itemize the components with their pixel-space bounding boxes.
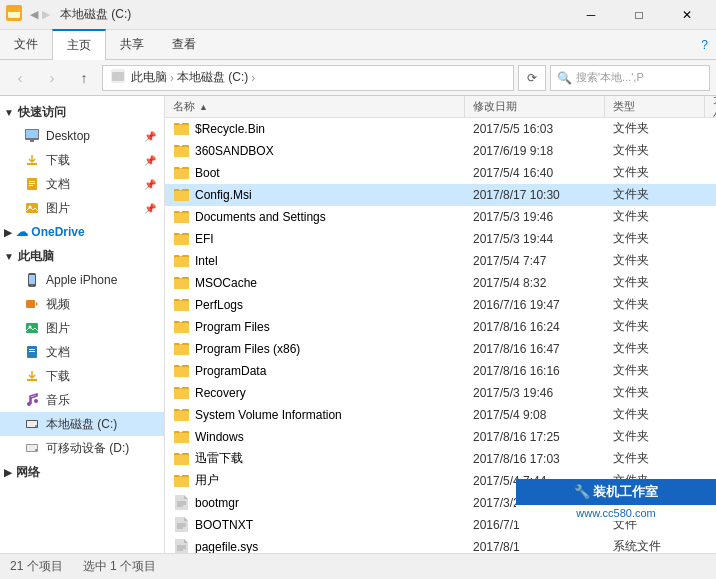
svg-rect-12	[26, 203, 38, 213]
table-row[interactable]: EFI 2017/5/3 19:44 文件夹	[165, 228, 716, 250]
table-row[interactable]: 360SANDBOX 2017/6/19 9:18 文件夹	[165, 140, 716, 162]
table-row[interactable]: Program Files (x86) 2017/8/16 16:47 文件夹	[165, 338, 716, 360]
file-date-cell: 2017/8/16 16:47	[465, 342, 605, 356]
dl-icon	[24, 368, 40, 384]
sidebar-item-downloads-label: 下载	[46, 152, 70, 169]
refresh-button[interactable]: ⟳	[518, 65, 546, 91]
table-row[interactable]: System Volume Information 2017/5/4 9:08 …	[165, 404, 716, 426]
table-row[interactable]: pagefile.sys 2017/8/1 系统文件	[165, 536, 716, 553]
file-icon	[173, 495, 189, 511]
file-name-text: Recovery	[195, 386, 246, 400]
folder-icon	[173, 319, 189, 335]
status-total: 21 个项目	[10, 558, 63, 575]
table-row[interactable]: MSOCache 2017/5/4 8:32 文件夹	[165, 272, 716, 294]
file-list-header: 名称 ▲ 修改日期 类型 大小	[165, 96, 716, 118]
file-type-cell: 文件夹	[605, 472, 705, 489]
file-type-cell: 文件夹	[605, 406, 705, 423]
sidebar-item-dl[interactable]: 下载	[0, 364, 164, 388]
svg-rect-7	[30, 140, 34, 142]
file-type-cell: 文件夹	[605, 428, 705, 445]
file-name-cell: PerfLogs	[165, 297, 465, 313]
file-name-cell: $Recycle.Bin	[165, 121, 465, 137]
table-row[interactable]: 用户 2017/5/4 7:44 文件夹	[165, 470, 716, 492]
table-row[interactable]: 迅雷下载 2017/8/16 17:03 文件夹	[165, 448, 716, 470]
sidebar-item-video[interactable]: 视频	[0, 292, 164, 316]
ribbon-tab-home[interactable]: 主页	[52, 29, 106, 60]
table-row[interactable]: Documents and Settings 2017/5/3 19:46 文件…	[165, 206, 716, 228]
folder-icon	[173, 143, 189, 159]
file-name-text: 用户	[195, 472, 219, 489]
file-type-cell: 文件夹	[605, 142, 705, 159]
file-type-cell: 文件夹	[605, 164, 705, 181]
file-date-cell: 2017/8/16 17:25	[465, 430, 605, 444]
file-date-cell: 2017/8/16 16:16	[465, 364, 605, 378]
sidebar-item-drive-c[interactable]: 本地磁盘 (C:)	[0, 412, 164, 436]
file-icon	[173, 517, 189, 533]
sidebar-item-drive-d[interactable]: 可移动设备 (D:)	[0, 436, 164, 460]
forward-button[interactable]: ›	[38, 64, 66, 92]
sidebar-item-doc[interactable]: 文档	[0, 340, 164, 364]
col-header-size[interactable]: 大小	[705, 96, 716, 117]
document-icon	[24, 176, 40, 192]
svg-rect-19	[26, 323, 38, 333]
sidebar-item-documents[interactable]: 文档 📌	[0, 172, 164, 196]
table-row[interactable]: BOOTNXT 2016/7/1 文件	[165, 514, 716, 536]
svg-rect-37	[174, 235, 189, 245]
search-icon: 🔍	[557, 71, 572, 85]
address-path[interactable]: 此电脑 › 本地磁盘 (C:) ›	[102, 65, 514, 91]
breadcrumb-this-pc[interactable]: 此电脑	[131, 69, 167, 86]
table-row[interactable]: $Recycle.Bin 2017/5/5 16:03 文件夹	[165, 118, 716, 140]
sidebar-item-documents-label: 文档	[46, 176, 70, 193]
sidebar-item-pictures[interactable]: 图片 📌	[0, 196, 164, 220]
sidebar-section-network[interactable]: ▶ 网络	[0, 460, 164, 484]
sidebar-item-drive-c-label: 本地磁盘 (C:)	[46, 416, 117, 433]
file-name-text: Documents and Settings	[195, 210, 326, 224]
ribbon-help-icon[interactable]: ?	[701, 38, 716, 52]
back-button[interactable]: ‹	[6, 64, 34, 92]
table-row[interactable]: Program Files 2017/8/16 16:24 文件夹	[165, 316, 716, 338]
table-row[interactable]: Windows 2017/8/16 17:25 文件夹	[165, 426, 716, 448]
ribbon-tab-share[interactable]: 共享	[106, 30, 158, 59]
search-box[interactable]: 🔍 搜索'本地...',P	[550, 65, 710, 91]
maximize-button[interactable]: □	[616, 0, 662, 30]
svg-rect-39	[174, 279, 189, 289]
table-row[interactable]: Config.Msi 2017/8/17 10:30 文件夹	[165, 184, 716, 206]
sidebar-section-onedrive[interactable]: ▶ ☁ OneDrive	[0, 220, 164, 244]
table-row[interactable]: PerfLogs 2016/7/16 19:47 文件夹	[165, 294, 716, 316]
svg-rect-44	[174, 389, 189, 399]
close-button[interactable]: ✕	[664, 0, 710, 30]
table-row[interactable]: Boot 2017/5/4 16:40 文件夹	[165, 162, 716, 184]
table-row[interactable]: Intel 2017/5/4 7:47 文件夹	[165, 250, 716, 272]
sidebar-section-thispc[interactable]: ▼ 此电脑	[0, 244, 164, 268]
sidebar-item-pic[interactable]: 图片	[0, 316, 164, 340]
table-row[interactable]: Recovery 2017/5/3 19:46 文件夹	[165, 382, 716, 404]
folder-icon	[173, 165, 189, 181]
col-header-name[interactable]: 名称 ▲	[165, 96, 465, 117]
table-row[interactable]: bootmgr 2017/3/28 19:11 系统文件	[165, 492, 716, 514]
minimize-button[interactable]: ─	[568, 0, 614, 30]
file-name-cell: System Volume Information	[165, 407, 465, 423]
sidebar-item-music-label: 音乐	[46, 392, 70, 409]
col-header-type[interactable]: 类型	[605, 96, 705, 117]
svg-rect-48	[174, 477, 189, 487]
svg-rect-17	[26, 300, 35, 308]
folder-icon	[173, 209, 189, 225]
file-date-cell: 2017/5/5 16:03	[465, 122, 605, 136]
sidebar-item-iphone[interactable]: Apple iPhone	[0, 268, 164, 292]
sidebar-item-music[interactable]: 音乐	[0, 388, 164, 412]
up-button[interactable]: ↑	[70, 64, 98, 92]
ribbon-tab-view[interactable]: 查看	[158, 30, 210, 59]
sidebar-item-downloads[interactable]: 下载 📌	[0, 148, 164, 172]
breadcrumb-drive-c[interactable]: 本地磁盘 (C:)	[177, 69, 248, 86]
file-name-text: Boot	[195, 166, 220, 180]
file-name-text: BOOTNXT	[195, 518, 253, 532]
file-date-cell: 2017/5/3 19:46	[465, 386, 605, 400]
table-row[interactable]: ProgramData 2017/8/16 16:16 文件夹	[165, 360, 716, 382]
folder-icon	[173, 231, 189, 247]
sidebar-section-quick-access[interactable]: ▼ 快速访问	[0, 100, 164, 124]
sidebar-item-desktop[interactable]: Desktop 📌	[0, 124, 164, 148]
file-list: $Recycle.Bin 2017/5/5 16:03 文件夹 360SANDB…	[165, 118, 716, 553]
status-selected: 选中 1 个项目	[83, 558, 156, 575]
ribbon-tab-file[interactable]: 文件	[0, 30, 52, 59]
col-header-date[interactable]: 修改日期	[465, 96, 605, 117]
